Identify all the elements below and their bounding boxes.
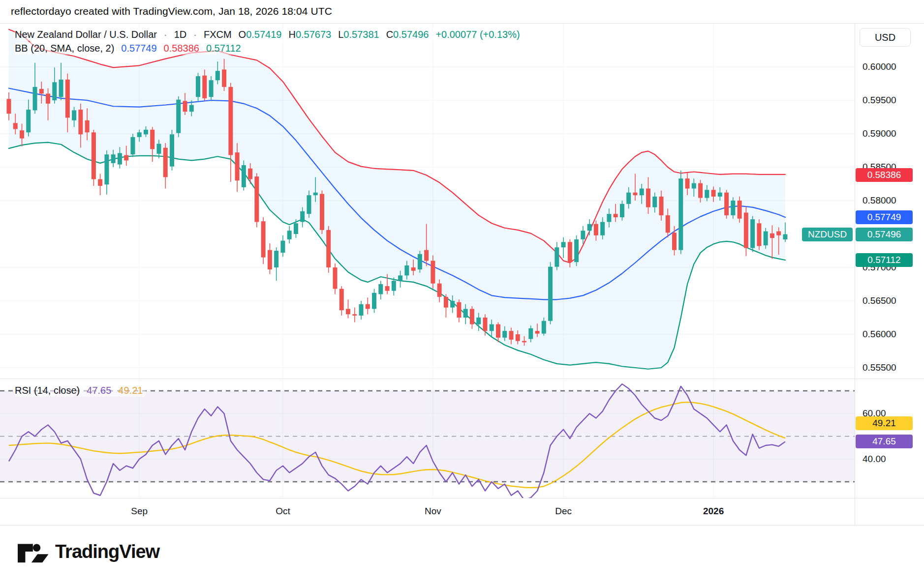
candle-body	[39, 89, 44, 94]
candle-body	[450, 301, 455, 308]
candle-body	[176, 100, 181, 133]
candle-body	[764, 232, 768, 246]
candle-body	[502, 331, 507, 338]
top-border	[0, 23, 924, 24]
candle-body	[372, 293, 376, 309]
candle-body	[437, 284, 442, 297]
candle-body	[548, 267, 553, 321]
rsi-label: RSI (14, close)	[15, 385, 80, 396]
candle-body	[104, 154, 109, 184]
candle-body	[320, 194, 324, 230]
price-label-0.57496: 0.57496	[856, 228, 913, 241]
candle-body	[554, 247, 559, 266]
rsi-ma-value: 49.21	[118, 385, 143, 396]
price-tick-label[interactable]: 0.55500	[862, 362, 896, 373]
candle-body	[705, 190, 709, 198]
candle-body	[326, 230, 331, 267]
symbol-price-tag: NZDUSD	[802, 228, 853, 241]
candle-body	[392, 281, 396, 291]
candle-body	[574, 239, 579, 262]
candle-body	[561, 242, 566, 247]
candle-body	[359, 304, 364, 316]
candle-body	[692, 183, 696, 189]
price-label-0.57112: 0.57112	[856, 253, 913, 267]
price-tick-label[interactable]: 0.56500	[862, 295, 896, 306]
candle-body	[235, 152, 240, 180]
candle-body	[78, 110, 83, 134]
candle-body	[678, 178, 683, 250]
price-axis[interactable]: USD 0.600000.595000.590000.585000.580000…	[855, 23, 924, 525]
candle-body	[607, 214, 611, 222]
bb-fill	[9, 29, 785, 369]
bb-upper-value: 0.58386	[164, 43, 199, 54]
symbol-title: New Zealand Dollar / U.S. Dollar	[15, 29, 157, 40]
axis-separator	[855, 23, 855, 525]
candle-body	[216, 71, 220, 80]
candle-body	[731, 201, 735, 215]
candle-body	[776, 232, 781, 235]
price-tick-label[interactable]: 0.59500	[862, 95, 896, 106]
candle-body	[738, 201, 742, 219]
tradingview-logo[interactable]: TradingView	[17, 540, 159, 563]
candle-body	[144, 130, 148, 135]
time-label-Oct[interactable]: Oct	[276, 506, 290, 517]
time-label-Nov[interactable]: Nov	[425, 506, 441, 517]
change-value: +0.00077 (+0.13%)	[435, 29, 520, 40]
candle-body	[170, 134, 174, 166]
time-label-Dec[interactable]: Dec	[555, 506, 572, 517]
candle-body	[698, 183, 703, 198]
candle-body	[542, 321, 546, 334]
candle-body	[633, 193, 637, 195]
candle-body	[424, 250, 429, 261]
candle-body	[444, 297, 448, 308]
bb-lower-value: 0.57112	[206, 43, 241, 54]
candle-body	[228, 87, 233, 155]
candle-body	[202, 76, 207, 98]
tradingview-logo-icon	[17, 540, 48, 563]
candle-body	[581, 231, 585, 239]
price-tick-label[interactable]: 0.60000	[862, 61, 896, 72]
candle-body	[7, 99, 11, 114]
rsi-value: 47.65	[87, 385, 111, 396]
candle-body	[463, 309, 468, 318]
close-value: 0.57496	[393, 29, 429, 40]
price-tick-label[interactable]: 0.59000	[862, 128, 896, 139]
candle-body	[313, 193, 318, 195]
candle-body	[659, 197, 664, 215]
price-rsi-canvas[interactable]	[0, 23, 855, 525]
chart-area[interactable]: New Zealand Dollar / U.S. Dollar · 1D · …	[0, 23, 924, 525]
candle-body	[783, 234, 787, 239]
candle-body	[20, 130, 24, 138]
ohlc-values: O0.57419 H0.57673 L0.57381 C0.57496 +0.0…	[239, 29, 520, 40]
bb-label: BB (20, SMA, close, 2)	[15, 43, 114, 54]
candle-body	[150, 130, 154, 149]
candle-body	[404, 265, 409, 275]
candle-body	[26, 110, 31, 132]
time-label-2026[interactable]: 2026	[703, 506, 724, 517]
candle-body	[307, 195, 311, 214]
rsi-tick-label[interactable]: 40.00	[862, 454, 886, 465]
price-tick-label[interactable]: 0.58000	[862, 195, 896, 206]
candle-body	[339, 289, 344, 311]
time-axis[interactable]: SepOctNovDec2026	[0, 498, 855, 525]
candle-body	[13, 123, 18, 129]
candle-body	[261, 221, 266, 257]
candle-body	[600, 222, 605, 235]
bb-indicator-legend[interactable]: BB (20, SMA, close, 2) 0.57749 0.58386 0…	[15, 42, 244, 55]
price-tick-label[interactable]: 0.56000	[862, 329, 896, 340]
candle-body	[516, 334, 520, 341]
candle-body	[124, 155, 128, 161]
candle-body	[411, 267, 416, 271]
high-value: 0.57673	[296, 29, 331, 40]
rsi-indicator-legend[interactable]: RSI (14, close) 47.65 49.21	[15, 384, 146, 397]
time-label-Sep[interactable]: Sep	[131, 506, 148, 517]
candle-body	[287, 231, 292, 239]
candle-body	[137, 132, 142, 137]
candle-body	[85, 120, 90, 132]
symbol-legend[interactable]: New Zealand Dollar / U.S. Dollar · 1D · …	[15, 29, 523, 41]
candle-body	[300, 211, 305, 222]
low-value: 0.57381	[343, 29, 379, 40]
candle-body	[496, 324, 500, 338]
currency-toggle[interactable]: USD	[860, 28, 911, 47]
tradingview-logo-text: TradingView	[55, 541, 159, 562]
